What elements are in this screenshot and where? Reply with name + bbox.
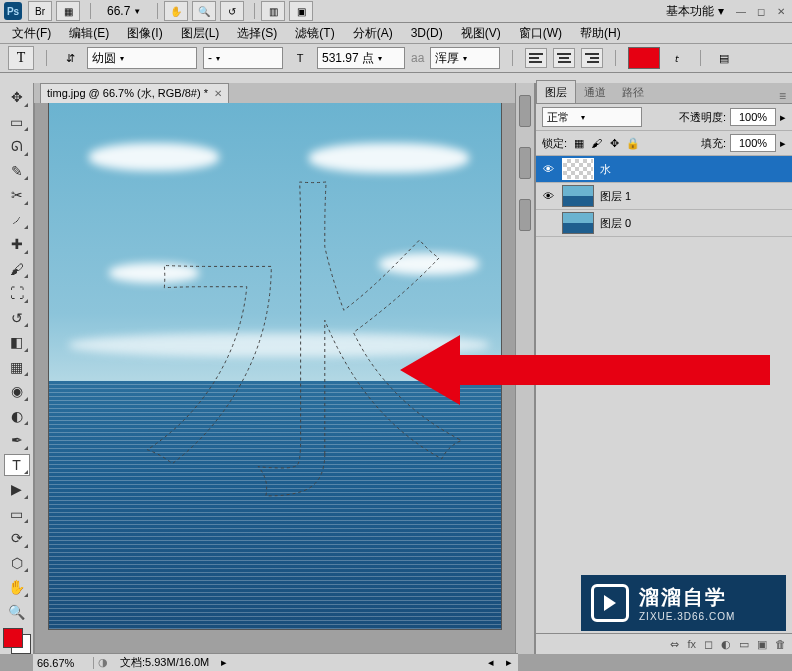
menu-analysis[interactable]: 分析(A) xyxy=(347,23,399,44)
rotate-view-button[interactable]: ↺ xyxy=(220,1,244,21)
marquee-tool[interactable]: ▭ xyxy=(4,111,30,134)
close-document-icon[interactable]: ✕ xyxy=(214,88,222,99)
status-flyout-icon[interactable]: ▸ xyxy=(221,656,227,669)
warp-text-button[interactable]: 𝘵 xyxy=(666,47,688,69)
tab-layers[interactable]: 图层 xyxy=(536,80,576,103)
layer-mask-icon[interactable]: ◻ xyxy=(704,638,713,651)
layer-name[interactable]: 图层 1 xyxy=(600,189,631,204)
layer-thumbnail[interactable] xyxy=(562,212,594,234)
menu-file[interactable]: 文件(F) xyxy=(6,23,57,44)
crop-tool[interactable]: ✂ xyxy=(4,184,30,207)
link-layers-icon[interactable]: ⇔ xyxy=(670,638,679,651)
antialias-dropdown[interactable]: 浑厚 ▾ xyxy=(430,47,500,69)
zoom-tool[interactable]: 🔍 xyxy=(4,601,30,624)
brush-tool[interactable]: 🖌 xyxy=(4,258,30,281)
lasso-tool[interactable]: ᘏ xyxy=(4,135,30,158)
menu-help[interactable]: 帮助(H) xyxy=(574,23,627,44)
lock-position-icon[interactable]: ✥ xyxy=(607,136,622,151)
panel-strip-handle[interactable] xyxy=(519,95,531,127)
font-style-dropdown[interactable]: - ▾ xyxy=(203,47,283,69)
workspace-switcher[interactable]: 基本功能 ▾ — ◻ ✕ xyxy=(666,3,788,20)
new-layer-icon[interactable]: ▣ xyxy=(757,638,767,651)
healing-brush-tool[interactable]: ✚ xyxy=(4,233,30,256)
hand-tool[interactable]: ✋ xyxy=(4,576,30,599)
status-zoom[interactable]: 66.67% xyxy=(33,657,94,669)
status-doc-info[interactable]: 文档:5.93M/16.0M xyxy=(112,655,217,670)
blend-mode-dropdown[interactable]: 正常 ▾ xyxy=(542,107,642,127)
character-panel-button[interactable]: ▤ xyxy=(713,47,735,69)
window-close-button[interactable]: ✕ xyxy=(774,4,788,18)
eyedropper-tool[interactable]: ⟋ xyxy=(4,209,30,232)
menu-filter[interactable]: 滤镜(T) xyxy=(289,23,340,44)
menu-select[interactable]: 选择(S) xyxy=(231,23,283,44)
font-family-dropdown[interactable]: 幼圆 ▾ xyxy=(87,47,197,69)
eraser-tool[interactable]: ◧ xyxy=(4,331,30,354)
minibridge-button[interactable]: ▦ xyxy=(56,1,80,21)
fill-control[interactable]: 填充: 100% ▸ xyxy=(701,134,786,152)
color-controls[interactable] xyxy=(3,628,31,654)
menu-view[interactable]: 视图(V) xyxy=(455,23,507,44)
opacity-control[interactable]: 不透明度: 100% ▸ xyxy=(679,108,786,126)
current-tool-indicator[interactable]: T xyxy=(8,46,34,70)
path-select-tool[interactable]: ▶ xyxy=(4,478,30,501)
layer-visibility-icon[interactable]: 👁 xyxy=(540,190,556,202)
font-size-dropdown[interactable]: 531.97 点 ▾ xyxy=(317,47,405,69)
window-restore-button[interactable]: ◻ xyxy=(754,4,768,18)
pen-tool[interactable]: ✒ xyxy=(4,429,30,452)
layer-row[interactable]: 👁水 xyxy=(536,156,792,183)
align-center-button[interactable] xyxy=(553,48,575,68)
hand-tool-button[interactable]: ✋ xyxy=(164,1,188,21)
canvas-viewport[interactable]: 水 xyxy=(34,103,515,654)
type-tool[interactable]: T xyxy=(4,454,30,477)
document-tab[interactable]: timg.jpg @ 66.7% (水, RGB/8#) * ✕ xyxy=(40,83,229,103)
layer-visibility-icon[interactable]: 👁 xyxy=(540,163,556,175)
panel-dock-collapsed[interactable] xyxy=(515,83,535,654)
lock-transparency-icon[interactable]: ▦ xyxy=(571,136,586,151)
zoom-display[interactable]: 66.7 ▼ xyxy=(107,4,141,18)
adjustment-layer-icon[interactable]: ◐ xyxy=(721,638,731,651)
bridge-button[interactable]: Br xyxy=(28,1,52,21)
text-color-swatch[interactable] xyxy=(628,47,660,69)
layer-row[interactable]: 图层 0 xyxy=(536,210,792,237)
layer-row[interactable]: 👁图层 1 xyxy=(536,183,792,210)
shape-tool[interactable]: ▭ xyxy=(4,503,30,526)
align-right-button[interactable] xyxy=(581,48,603,68)
3d-camera-tool[interactable]: ⬡ xyxy=(4,552,30,575)
3d-tool[interactable]: ⟳ xyxy=(4,527,30,550)
menu-layer[interactable]: 图层(L) xyxy=(175,23,226,44)
delete-layer-icon[interactable]: 🗑 xyxy=(775,638,786,650)
flyout-icon[interactable]: ▸ xyxy=(780,111,786,124)
quick-select-tool[interactable]: ✎ xyxy=(4,160,30,183)
scroll-left-icon[interactable]: ◂ xyxy=(482,656,500,669)
layer-name[interactable]: 水 xyxy=(600,162,611,177)
lock-all-icon[interactable]: 🔒 xyxy=(625,136,640,151)
menu-window[interactable]: 窗口(W) xyxy=(513,23,568,44)
layer-thumbnail[interactable] xyxy=(562,185,594,207)
layer-name[interactable]: 图层 0 xyxy=(600,216,631,231)
tab-channels[interactable]: 通道 xyxy=(576,81,614,103)
canvas[interactable]: 水 xyxy=(49,103,501,629)
menu-image[interactable]: 图像(I) xyxy=(121,23,168,44)
menu-edit[interactable]: 编辑(E) xyxy=(63,23,115,44)
screen-mode-button[interactable]: ▣ xyxy=(289,1,313,21)
lock-pixels-icon[interactable]: 🖌 xyxy=(589,136,604,151)
align-left-button[interactable] xyxy=(525,48,547,68)
window-minimize-button[interactable]: — xyxy=(734,4,748,18)
tab-paths[interactable]: 路径 xyxy=(614,81,652,103)
arrange-documents-button[interactable]: ▥ xyxy=(261,1,285,21)
panel-strip-handle[interactable] xyxy=(519,147,531,179)
move-tool[interactable]: ✥ xyxy=(4,86,30,109)
fill-value[interactable]: 100% xyxy=(730,134,776,152)
blur-tool[interactable]: ◉ xyxy=(4,380,30,403)
history-brush-tool[interactable]: ↺ xyxy=(4,307,30,330)
panel-strip-handle[interactable] xyxy=(519,199,531,231)
group-icon[interactable]: ▭ xyxy=(739,638,749,651)
opacity-value[interactable]: 100% xyxy=(730,108,776,126)
layer-thumbnail[interactable] xyxy=(562,158,594,180)
foreground-color-swatch[interactable] xyxy=(3,628,23,648)
panel-menu-icon[interactable]: ≡ xyxy=(773,89,792,103)
dodge-tool[interactable]: ◐ xyxy=(4,405,30,428)
text-orientation-button[interactable]: ⇵ xyxy=(59,47,81,69)
scroll-right-icon[interactable]: ▸ xyxy=(500,656,518,669)
clone-stamp-tool[interactable]: ⛶ xyxy=(4,282,30,305)
